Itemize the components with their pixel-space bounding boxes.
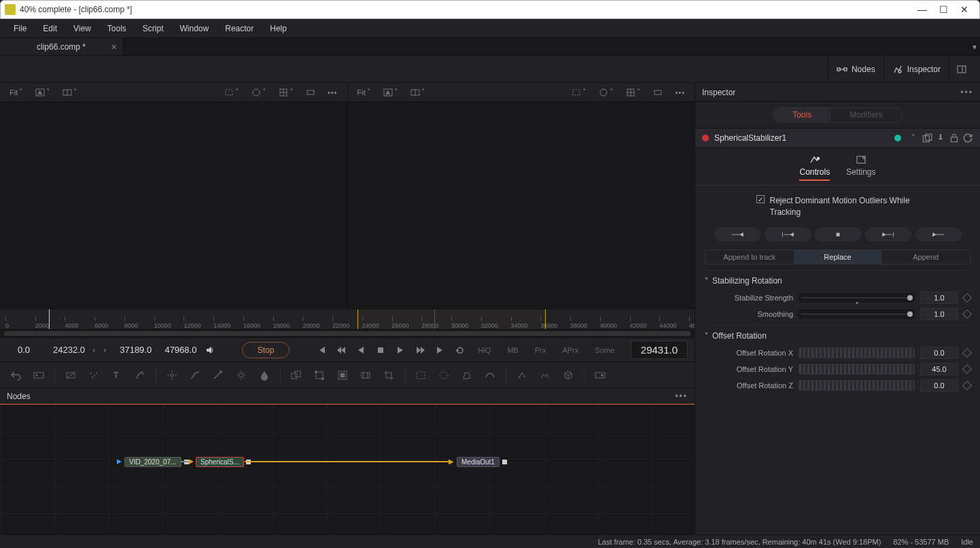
polygon-mask-icon[interactable] [457,366,477,385]
play-reverse-icon[interactable] [354,342,368,358]
zoom-fit-right[interactable]: Fit˅ [353,86,375,98]
tabbar-overflow-icon[interactable]: ▾ [969,38,980,55]
viewer-grid-icon[interactable]: ˅ [275,86,298,99]
view-dot-icon[interactable] [894,135,901,141]
crop-tool-icon[interactable] [379,366,399,385]
keyframe-icon[interactable] [962,293,972,303]
media-out-icon[interactable] [590,366,610,385]
viewer-3d-icon[interactable]: ˅ [247,86,270,99]
zoom-fit-left[interactable]: Fit˅ [5,86,27,98]
viewer-controls-icon-r[interactable] [649,86,667,99]
offset-y-value[interactable]: 45.0 [920,363,958,375]
in-prev-icon[interactable]: ‹ [91,345,97,355]
output-port-icon[interactable] [502,460,507,464]
menu-edit[interactable]: Edit [35,21,65,36]
matte-control-icon[interactable] [332,366,353,385]
modifiers-tab[interactable]: Modifiers [830,108,902,122]
viewer-left-more-icon[interactable]: ••• [323,87,342,98]
menu-tools[interactable]: Tools [99,21,135,36]
menu-file[interactable]: File [5,21,35,36]
stabilizing-rotation-section[interactable]: ˅ Stabilizing Rotation [705,270,970,290]
offset-rotation-section[interactable]: ˅ Offset Rotation [705,325,970,345]
play-forward-icon[interactable] [393,342,408,358]
reject-outliers-checkbox[interactable]: ✓ [756,195,765,203]
nodes-panel-toggle[interactable]: Nodes [828,56,883,82]
versions-icon[interactable] [922,133,932,143]
audio-toggle-icon[interactable] [203,342,217,358]
media-in-icon[interactable] [29,366,49,385]
chroma-key-icon[interactable] [208,366,228,385]
viewer-roi-icon[interactable]: ˅ [220,86,243,99]
track-stop-button[interactable] [815,228,861,241]
bspline-mask-icon[interactable] [480,366,500,385]
mb-toggle[interactable]: MB [502,344,524,356]
offset-x-value[interactable]: 0.0 [920,347,958,359]
prx-toggle[interactable]: Prx [529,344,552,356]
track-reverse-from-end-button[interactable] [714,228,760,241]
keyframe-icon[interactable] [962,348,972,358]
tracker-tool-icon[interactable] [162,366,182,385]
transform-tool-icon[interactable] [309,366,330,385]
current-frame-marker[interactable] [434,309,435,329]
blur-tool-icon[interactable] [254,366,275,385]
node-mediaout[interactable]: MediaOut1 [457,456,507,467]
stop-render-button[interactable]: Stop [242,342,290,358]
node-name-label[interactable]: SphericalStabilizer1 [714,133,894,143]
inspector-panel-toggle[interactable]: Inspector [883,56,949,82]
reset-icon[interactable] [962,133,973,143]
settings-tab[interactable]: Settings [846,155,875,181]
offset-z-wheel[interactable] [799,380,915,391]
input-port-icon[interactable] [189,460,194,464]
undo-icon[interactable] [5,366,26,385]
offset-y-wheel[interactable] [799,364,915,375]
maximize-button[interactable]: ☐ [939,4,948,15]
global-start-field[interactable]: 0.0 [7,342,41,358]
step-back-icon[interactable] [334,342,349,358]
nodes-panel-more-icon[interactable]: ••• [675,392,688,401]
viewer-left-canvas[interactable] [0,102,347,309]
viewer-right-canvas[interactable] [348,102,695,309]
timeline-scrollbar[interactable] [0,329,695,337]
fastnoise-tool-icon[interactable] [84,366,104,385]
current-frame-field[interactable]: 29431.0 [631,341,688,359]
smoothing-value[interactable]: 1.0 [920,308,958,320]
keyframe-icon[interactable] [962,364,972,374]
chevron-down-icon[interactable]: ˅ [908,133,919,143]
viewer-right-more-icon[interactable]: ••• [671,87,689,98]
render-in-field[interactable]: 24232.0 [46,342,86,358]
viewer-a-icon[interactable]: A˅ [31,86,54,99]
keyframe-icon[interactable] [962,381,972,390]
rectangle-mask-icon[interactable] [410,366,431,385]
3d-tool-icon[interactable] [558,366,578,385]
replace-option[interactable]: Replace [794,250,882,264]
lock-icon[interactable] [949,133,960,143]
loop-icon[interactable] [453,342,467,358]
viewer-a-icon-r[interactable]: A˅ [379,86,402,99]
track-forward-button[interactable] [865,228,911,241]
node-loader[interactable]: VID_2020_07... [117,456,189,467]
go-end-icon[interactable] [433,342,447,358]
append-to-track-option[interactable]: Append to track [705,250,794,264]
background-tool-icon[interactable] [60,366,81,385]
minimize-button[interactable]: — [917,4,927,15]
prender-tool-icon[interactable] [535,366,555,385]
step-forward-icon[interactable] [413,342,427,358]
paint-tool-icon[interactable] [130,366,150,385]
track-forward-from-start-button[interactable] [915,228,962,241]
in-marker[interactable] [357,309,358,329]
layout-customize-icon[interactable] [949,56,973,82]
global-end-field[interactable]: 47968.0 [158,342,197,358]
viewer-3d-icon-r[interactable]: ˅ [595,86,618,99]
close-tab-icon[interactable]: × [111,41,117,52]
aprx-toggle[interactable]: APrx [557,344,584,356]
track-reverse-button[interactable] [765,228,811,241]
offset-x-wheel[interactable] [799,347,915,358]
out-marker[interactable] [545,309,546,329]
in-next-icon[interactable]: › [102,345,107,355]
append-option[interactable]: Append [881,250,970,264]
menu-view[interactable]: View [65,21,99,36]
stabilize-strength-slider[interactable] [799,293,915,303]
text-tool-icon[interactable]: T [107,366,127,385]
resize-tool-icon[interactable] [355,366,376,385]
node-color-dot[interactable] [702,135,709,141]
